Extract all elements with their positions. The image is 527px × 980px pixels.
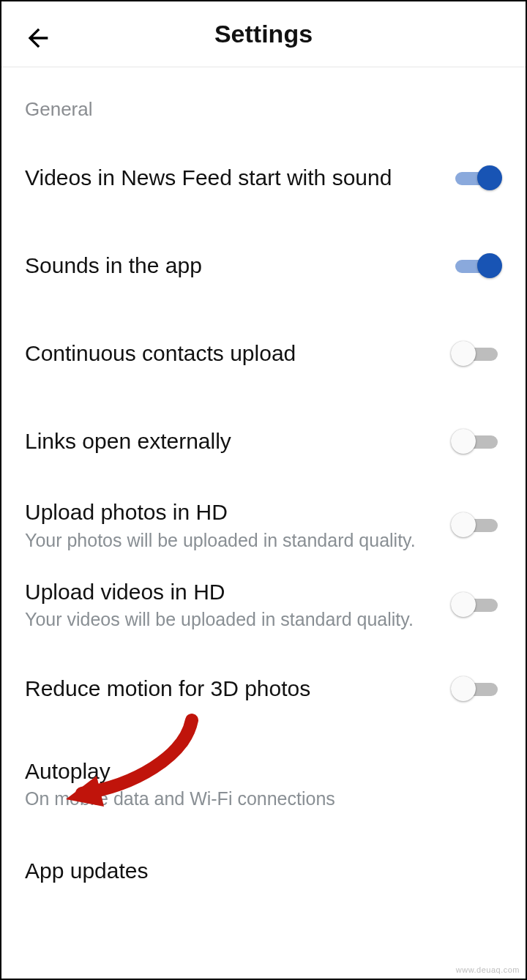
back-button[interactable] <box>22 22 54 54</box>
setting-contacts-upload[interactable]: Continuous contacts upload <box>1 310 526 397</box>
setting-upload-photos-hd[interactable]: Upload photos in HD Your photos will be … <box>1 485 526 565</box>
toggle-contacts-upload[interactable] <box>451 339 502 368</box>
setting-label: Reduce motion for 3D photos <box>25 675 433 703</box>
setting-reduce-motion-3d[interactable]: Reduce motion for 3D photos <box>1 645 526 733</box>
setting-label: App updates <box>25 857 485 885</box>
arrow-left-icon <box>23 23 53 53</box>
section-general-label: General <box>1 67 526 134</box>
toggle-sounds-app[interactable] <box>451 251 502 280</box>
setting-label: Continuous contacts upload <box>25 340 433 367</box>
setting-upload-videos-hd[interactable]: Upload videos in HD Your videos will be … <box>1 565 526 645</box>
setting-sublabel: Your videos will be uploaded in standard… <box>25 608 433 631</box>
setting-app-updates[interactable]: App updates <box>1 823 526 914</box>
toggle-links-external[interactable] <box>451 427 502 456</box>
setting-label: Videos in News Feed start with sound <box>25 164 433 192</box>
toggle-reduce-motion-3d[interactable] <box>451 674 502 703</box>
page-title: Settings <box>1 20 526 48</box>
setting-sublabel: On mobile data and Wi-Fi connections <box>25 788 485 810</box>
setting-label: Autoplay <box>25 758 485 785</box>
setting-label: Sounds in the app <box>25 252 433 280</box>
setting-sublabel: Your photos will be uploaded in standard… <box>25 529 433 552</box>
setting-links-external[interactable]: Links open externally <box>1 397 526 485</box>
setting-label: Upload photos in HD <box>25 498 433 526</box>
setting-label: Upload videos in HD <box>25 578 433 606</box>
setting-sounds-app[interactable]: Sounds in the app <box>1 222 526 310</box>
setting-label: Links open externally <box>25 427 433 455</box>
toggle-upload-videos-hd[interactable] <box>451 590 502 619</box>
setting-videos-sound[interactable]: Videos in News Feed start with sound <box>1 134 526 222</box>
toggle-upload-photos-hd[interactable] <box>451 510 502 539</box>
setting-autoplay[interactable]: Autoplay On mobile data and Wi-Fi connec… <box>1 733 526 824</box>
toggle-videos-sound[interactable] <box>451 163 502 192</box>
watermark: www.deuaq.com <box>456 965 520 974</box>
settings-list: General Videos in News Feed start with s… <box>1 67 526 914</box>
header: Settings <box>1 1 526 67</box>
